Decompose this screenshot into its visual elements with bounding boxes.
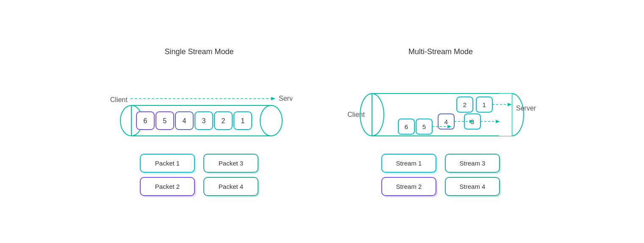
svg-text:2: 2 bbox=[463, 101, 466, 108]
legend-packet4: Packet 4 bbox=[203, 177, 258, 196]
single-stream-diagram: Single Stream Mode Client Server 6 bbox=[106, 47, 292, 196]
legend-stream4: Stream 4 bbox=[445, 177, 500, 196]
svg-text:1: 1 bbox=[241, 117, 245, 124]
svg-text:1: 1 bbox=[483, 101, 486, 108]
legend-stream3: Stream 3 bbox=[445, 154, 500, 173]
main-container: Single Stream Mode Client Server 6 bbox=[0, 39, 644, 204]
single-stream-title: Single Stream Mode bbox=[164, 47, 233, 56]
svg-text:4: 4 bbox=[183, 117, 186, 124]
svg-text:5: 5 bbox=[422, 123, 426, 130]
svg-text:Client: Client bbox=[347, 111, 365, 118]
legend-stream1: Stream 1 bbox=[381, 154, 436, 173]
svg-text:6: 6 bbox=[405, 123, 408, 130]
legend-packet1: Packet 1 bbox=[140, 154, 195, 173]
svg-marker-2 bbox=[271, 97, 275, 100]
legend-stream2: Stream 2 bbox=[381, 177, 436, 196]
multi-stream-tunnel: Client Server 2 1 3 bbox=[343, 68, 538, 140]
svg-text:5: 5 bbox=[163, 117, 167, 124]
multi-stream-diagram: Multi-Stream Mode Client Server 2 1 bbox=[343, 47, 538, 196]
svg-text:Client: Client bbox=[110, 96, 128, 103]
multi-stream-legend: Stream 1 Stream 3 Stream 2 Stream 4 bbox=[381, 154, 500, 196]
svg-text:3: 3 bbox=[202, 117, 206, 124]
svg-text:Server: Server bbox=[279, 95, 292, 102]
legend-packet3: Packet 3 bbox=[203, 154, 258, 173]
single-stream-tunnel: Client Server 6 5 bbox=[106, 68, 292, 140]
single-stream-legend: Packet 1 Packet 3 Packet 2 Packet 4 bbox=[140, 154, 258, 196]
svg-rect-23 bbox=[499, 94, 512, 136]
legend-packet2: Packet 2 bbox=[140, 177, 195, 196]
svg-text:Server: Server bbox=[516, 105, 536, 112]
svg-rect-7 bbox=[271, 105, 283, 136]
svg-text:2: 2 bbox=[222, 117, 225, 124]
svg-text:6: 6 bbox=[144, 117, 147, 124]
multi-stream-title: Multi-Stream Mode bbox=[408, 47, 473, 56]
svg-text:4: 4 bbox=[444, 118, 448, 125]
